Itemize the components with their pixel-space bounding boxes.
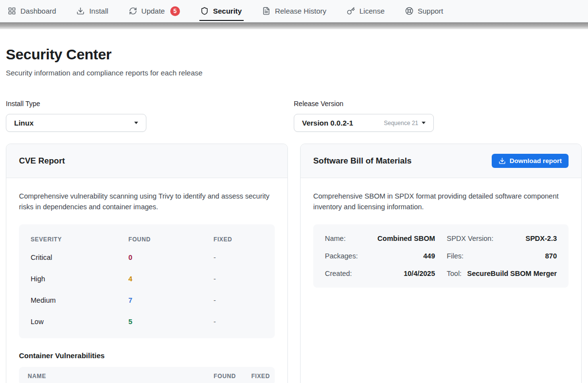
nav-item-update[interactable]: Update 5 <box>129 0 180 22</box>
chevron-down-icon <box>422 122 426 124</box>
cve-report-description: Comprehensive vulnerability scanning usi… <box>19 191 273 212</box>
sbom-spdx-version-field: SPDX Version: SPDX-2.3 <box>447 230 557 247</box>
field-label: SPDX Version: <box>447 235 494 242</box>
found-column-header: FOUND <box>199 373 236 380</box>
sbom-name-field: Name: Combined SBOM <box>325 230 435 247</box>
release-version-filter: Release Version Version 0.0.2-1 Sequence… <box>294 100 570 132</box>
key-icon <box>347 7 355 15</box>
field-label: Name: <box>325 235 346 242</box>
page-title: Security Center <box>6 46 582 63</box>
sbom-card: Software Bill of Materials Download repo… <box>300 144 582 383</box>
shield-icon <box>200 7 209 15</box>
field-label: Created: <box>325 270 352 277</box>
release-version-label: Release Version <box>294 100 570 108</box>
main-content: Security Center Security information and… <box>0 29 588 383</box>
nav-item-install[interactable]: Install <box>76 0 108 22</box>
table-row: Medium 7 - <box>31 290 263 311</box>
found-count: 0 <box>128 254 214 261</box>
field-value: Combined SBOM <box>377 235 435 242</box>
field-value: 870 <box>545 252 557 260</box>
download-report-label: Download report <box>510 157 562 164</box>
nav-item-label: Support <box>418 7 444 15</box>
sbom-title: Software Bill of Materials <box>313 156 411 166</box>
nav-item-label: Update <box>142 7 165 15</box>
nav-item-label: Install <box>89 7 108 15</box>
nav-item-security[interactable]: Security <box>200 0 242 22</box>
container-vulnerabilities-table-header: NAME FOUND FIXED <box>19 367 275 383</box>
table-row: Critical 0 - <box>31 247 263 268</box>
release-version-select[interactable]: Version 0.0.2-1 Sequence 21 <box>294 114 434 132</box>
found-column-header: FOUND <box>128 236 214 243</box>
fixed-column-header: FIXED <box>236 373 270 380</box>
sbom-tool-field: Tool: SecureBuild SBOM Merger <box>447 265 557 282</box>
refresh-icon <box>129 7 137 15</box>
sbom-files-field: Files: 870 <box>447 247 557 265</box>
grid-icon <box>8 7 16 15</box>
severity-column-header: SEVERITY <box>31 236 128 243</box>
found-count: 5 <box>128 318 214 326</box>
severity-table-header: SEVERITY FOUND FIXED <box>31 232 263 247</box>
sbom-created-field: Created: 10/4/2025 <box>325 265 435 282</box>
cve-report-title: CVE Report <box>19 156 65 166</box>
found-count: 4 <box>128 275 214 283</box>
cards-row: CVE Report Comprehensive vulnerability s… <box>6 144 582 383</box>
table-row: High 4 - <box>31 268 263 290</box>
field-label: Files: <box>447 252 464 260</box>
install-type-filter: Install Type Linux <box>6 100 282 132</box>
file-text-icon <box>262 7 270 15</box>
chevron-down-icon <box>134 122 138 124</box>
field-value: 449 <box>423 252 435 260</box>
field-value: 10/4/2025 <box>404 270 435 277</box>
download-icon <box>499 157 506 164</box>
download-icon <box>76 7 85 15</box>
nav-item-label: Security <box>213 7 242 15</box>
install-type-value: Linux <box>14 119 34 127</box>
filters-row: Install Type Linux Release Version Versi… <box>6 100 582 132</box>
severity-label: Critical <box>31 254 128 261</box>
name-column-header: NAME <box>28 373 199 380</box>
download-report-button[interactable]: Download report <box>492 154 569 168</box>
sequence-badge: Sequence 21 <box>384 120 418 127</box>
fixed-count: - <box>214 296 263 304</box>
fixed-count: - <box>214 254 263 261</box>
nav-item-label: Dashboard <box>20 7 56 15</box>
sbom-info-grid: Name: Combined SBOM SPDX Version: SPDX-2… <box>313 224 569 288</box>
nav-item-license[interactable]: License <box>347 0 385 22</box>
page-top-divider <box>0 22 588 29</box>
top-nav: Dashboard Install Update 5 Security Rele… <box>0 0 588 22</box>
nav-item-label: License <box>359 7 385 15</box>
table-row: Low 5 - <box>31 311 263 332</box>
install-type-label: Install Type <box>6 100 282 108</box>
field-value: SecureBuild SBOM Merger <box>467 270 557 277</box>
found-count: 7 <box>128 296 214 304</box>
update-count-badge: 5 <box>170 6 180 16</box>
sbom-description: Comprehensive SBOM in SPDX format provid… <box>313 191 567 212</box>
fixed-count: - <box>214 275 263 283</box>
fixed-count: - <box>214 318 263 326</box>
container-vulnerabilities-title: Container Vulnerabilities <box>19 351 275 360</box>
nav-item-support[interactable]: Support <box>405 0 444 22</box>
severity-label: Low <box>31 318 128 326</box>
release-version-value: Version 0.0.2-1 <box>302 119 353 127</box>
field-label: Packages: <box>325 252 358 260</box>
nav-item-label: Release History <box>275 7 326 15</box>
severity-label: High <box>31 275 128 283</box>
nav-item-dashboard[interactable]: Dashboard <box>8 0 56 22</box>
page-subtitle: Security information and compliance repo… <box>6 69 582 77</box>
field-value: SPDX-2.3 <box>526 235 557 242</box>
severity-label: Medium <box>31 296 128 304</box>
field-label: Tool: <box>447 270 462 277</box>
fixed-column-header: FIXED <box>214 236 263 243</box>
cve-report-card: CVE Report Comprehensive vulnerability s… <box>6 144 288 383</box>
life-buoy-icon <box>405 7 413 15</box>
nav-item-release-history[interactable]: Release History <box>262 0 326 22</box>
sbom-packages-field: Packages: 449 <box>325 247 435 265</box>
severity-table: SEVERITY FOUND FIXED Critical 0 - High 4… <box>19 224 275 338</box>
install-type-select[interactable]: Linux <box>6 114 146 132</box>
